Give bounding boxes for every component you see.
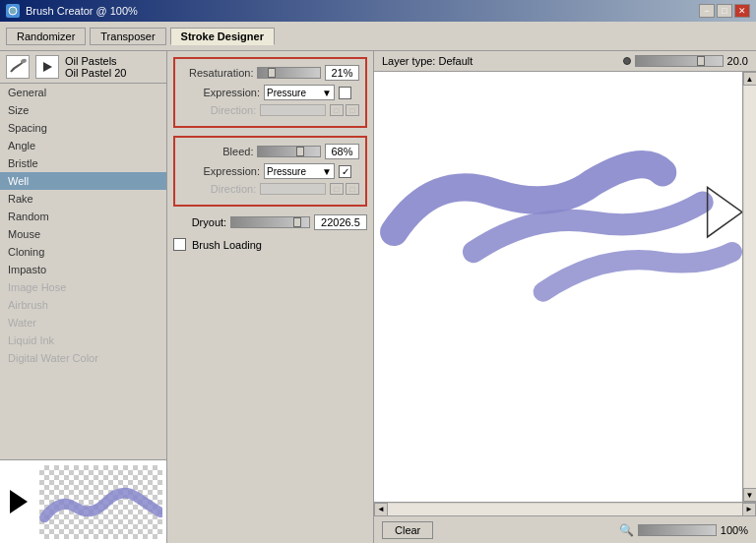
brush-loading-label: Brush Loading xyxy=(192,239,262,251)
app-icon xyxy=(6,4,20,18)
dryout-slider[interactable] xyxy=(230,216,310,228)
nav-size[interactable]: Size xyxy=(0,101,166,119)
minimize-button[interactable]: − xyxy=(699,4,715,18)
nav-list: General Size Spacing Angle Bristle Well … xyxy=(0,84,166,459)
tab-randomizer[interactable]: Randomizer xyxy=(6,28,86,45)
dryout-value: 22026.5 xyxy=(314,214,367,230)
zoom-slider[interactable] xyxy=(638,524,717,536)
preview-play-button[interactable] xyxy=(4,487,33,516)
dropdown2-icon: ▼ xyxy=(322,166,332,177)
resaturation-section: Resaturation: 21% Expression: Pressure ▼ xyxy=(173,57,367,128)
expression2-checkbox[interactable]: ✓ xyxy=(339,165,351,178)
clear-button[interactable]: Clear xyxy=(382,521,433,539)
expression1-row: Expression: Pressure ▼ xyxy=(181,85,359,100)
nav-image-hose: Image Hose xyxy=(0,278,166,296)
stroke-preview xyxy=(39,465,162,539)
resaturation-label: Resaturation: xyxy=(181,67,253,79)
nav-angle[interactable]: Angle xyxy=(0,137,166,154)
bleed-row: Bleed: 68% xyxy=(181,144,359,159)
dryout-row: Dryout: 22026.5 xyxy=(173,214,367,230)
brush-names: Oil Pastels Oil Pastel 20 xyxy=(65,55,126,79)
nav-general[interactable]: General xyxy=(0,84,166,101)
resaturation-value: 21% xyxy=(325,65,359,81)
nav-well[interactable]: Well xyxy=(0,172,166,190)
brush-icon xyxy=(6,55,30,79)
direction2-row: Direction: □ □ xyxy=(181,183,359,195)
brush-loading-checkbox[interactable] xyxy=(173,238,186,251)
canvas-main[interactable] xyxy=(374,72,742,502)
nav-rake[interactable]: Rake xyxy=(0,190,166,208)
bleed-value: 68% xyxy=(325,144,359,159)
layer-value: 20.0 xyxy=(727,55,748,67)
left-panel: Oil Pastels Oil Pastel 20 General Size S… xyxy=(0,51,167,543)
expression1-label: Expression: xyxy=(181,87,260,98)
dryout-label: Dryout: xyxy=(173,216,226,228)
direction1-row: Direction: □ □ xyxy=(181,104,359,116)
layer-type-label: Layer type: Default xyxy=(382,55,472,67)
scroll-up-button[interactable]: ▲ xyxy=(743,72,757,86)
expression2-value: Pressure xyxy=(267,166,306,177)
layer-dot xyxy=(623,57,631,65)
direction1-slider xyxy=(260,104,326,116)
title-bar: Brush Creator @ 100% − □ ✕ xyxy=(0,0,756,22)
nav-random[interactable]: Random xyxy=(0,208,166,225)
nav-liquid-ink: Liquid Ink xyxy=(0,332,166,349)
bleed-section: Bleed: 68% Expression: Pressure ▼ ✓ xyxy=(173,136,367,207)
svg-marker-3 xyxy=(708,187,742,237)
expression1-select[interactable]: Pressure ▼ xyxy=(264,85,335,100)
expression1-value: Pressure xyxy=(267,88,306,98)
layer-slider[interactable] xyxy=(635,55,724,67)
right-panel: Layer type: Default 20.0 xyxy=(374,51,756,543)
expression2-select[interactable]: Pressure ▼ xyxy=(264,163,335,179)
tab-stroke-designer[interactable]: Stroke Designer xyxy=(170,28,275,45)
layer-slider-area: 20.0 xyxy=(623,55,748,67)
nav-impasto[interactable]: Impasto xyxy=(0,261,166,278)
nav-digital-water-color: Digital Water Color xyxy=(0,349,166,367)
brush-category: Oil Pastels xyxy=(65,55,126,67)
zoom-area: 🔍 100% xyxy=(619,523,748,537)
direction2-btn2: □ xyxy=(346,183,359,195)
zoom-value: 100% xyxy=(721,524,748,536)
direction2-btn1: □ xyxy=(330,183,344,195)
direction2-label: Direction: xyxy=(181,183,256,195)
scroll-track-h xyxy=(388,504,742,515)
nav-bristle[interactable]: Bristle xyxy=(0,154,166,172)
bottom-bar: Clear 🔍 100% xyxy=(374,515,756,543)
scroll-left-button[interactable]: ◄ xyxy=(374,503,388,516)
main-content: Randomizer Transposer Stroke Designer xyxy=(0,22,756,543)
expression1-checkbox[interactable] xyxy=(339,87,351,99)
expression2-label: Expression: xyxy=(181,165,260,177)
direction1-btn1: □ xyxy=(330,104,344,116)
direction1-btn2: □ xyxy=(346,104,359,116)
nav-water: Water xyxy=(0,314,166,332)
bleed-slider[interactable] xyxy=(257,146,320,157)
scroll-down-button[interactable]: ▼ xyxy=(743,488,757,502)
scroll-right-button[interactable]: ► xyxy=(742,503,756,516)
zoom-icon: 🔍 xyxy=(619,523,634,537)
maximize-button[interactable]: □ xyxy=(717,4,732,18)
scrollbar-horizontal: ◄ ► xyxy=(374,502,756,515)
play-triangle-icon xyxy=(10,490,28,513)
toolbar: Randomizer Transposer Stroke Designer xyxy=(0,22,756,51)
direction1-label: Direction: xyxy=(181,104,256,116)
svg-marker-2 xyxy=(43,62,52,72)
nav-mouse[interactable]: Mouse xyxy=(0,225,166,243)
tab-transposer[interactable]: Transposer xyxy=(90,28,165,45)
nav-cloning[interactable]: Cloning xyxy=(0,243,166,261)
scrollbar-right: ▲ ▼ xyxy=(742,72,756,502)
window-controls: − □ ✕ xyxy=(699,4,750,18)
direction1-buttons: □ □ xyxy=(330,104,359,116)
expression2-row: Expression: Pressure ▼ ✓ xyxy=(181,163,359,179)
brush-header: Oil Pastels Oil Pastel 20 xyxy=(0,51,166,84)
nav-spacing[interactable]: Spacing xyxy=(0,119,166,137)
resaturation-row: Resaturation: 21% xyxy=(181,65,359,81)
brush-play-icon[interactable] xyxy=(35,55,59,79)
resaturation-slider[interactable] xyxy=(257,67,320,79)
body-area: Oil Pastels Oil Pastel 20 General Size S… xyxy=(0,51,756,543)
direction2-slider xyxy=(260,183,326,195)
svg-point-0 xyxy=(9,7,17,15)
nav-airbrush: Airbrush xyxy=(0,296,166,314)
center-panel: Resaturation: 21% Expression: Pressure ▼ xyxy=(167,51,374,543)
close-button[interactable]: ✕ xyxy=(734,4,750,18)
canvas-container: ▲ ▼ xyxy=(374,72,756,502)
